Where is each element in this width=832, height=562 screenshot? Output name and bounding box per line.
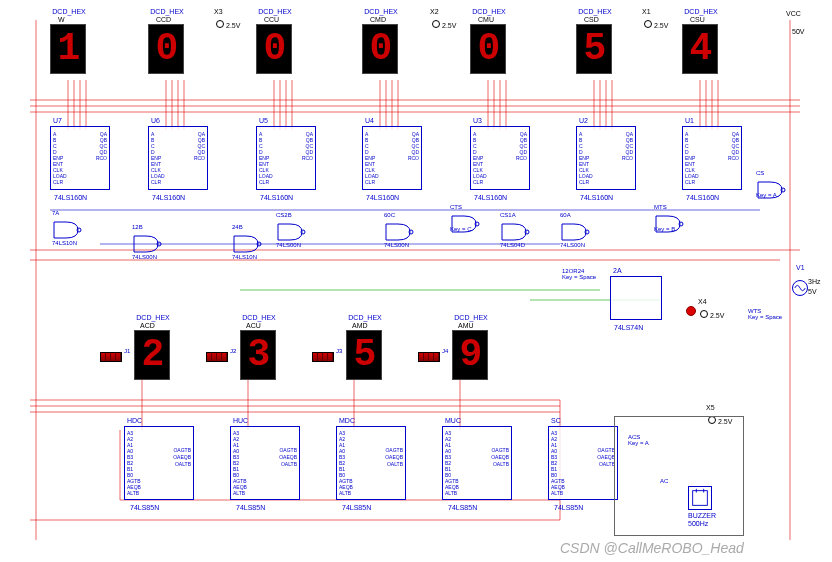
counter-part-U2: 74LS160N	[580, 194, 613, 201]
probe-val-X1: 2.5V	[654, 22, 668, 29]
probe-ref-X1: X1	[642, 8, 651, 15]
display-ACU: 3	[240, 330, 276, 380]
probe-ref-X4: X4	[698, 298, 707, 305]
seg-ref-CMU: CMU	[478, 16, 494, 23]
seg-ref-ACD: ACD	[140, 322, 155, 329]
seg-ref-CSD: CSD	[584, 16, 599, 23]
seg-type-label: DCD_HEX	[142, 8, 192, 15]
gate-part-12B: 74LS00N	[132, 254, 157, 260]
flipflop-2a: 2A	[610, 276, 662, 320]
dip-ref-J4: J4	[442, 348, 448, 354]
seg-type-label-b: DCD_HEX	[128, 314, 178, 321]
dip-J3[interactable]	[312, 352, 334, 362]
gate-CS1A	[500, 222, 530, 242]
seg-type-label-b: DCD_HEX	[234, 314, 284, 321]
probe-X2	[432, 20, 440, 28]
watermark: CSDN @CallMeROBO_Head	[560, 540, 744, 556]
probe-val-X2: 2.5V	[442, 22, 456, 29]
probe-X1	[644, 20, 652, 28]
ff-part: 74LS74N	[614, 324, 643, 331]
gate-ref-60A: 60A	[560, 212, 571, 218]
gate-key-CTS: Key = C	[450, 226, 472, 232]
v1-source	[792, 280, 808, 296]
gate-part-CS1A: 74LS04D	[500, 242, 525, 248]
seg-type-label: DCD_HEX	[676, 8, 726, 15]
seg-type-label-b: DCD_HEX	[340, 314, 390, 321]
switch-12OR24[interactable]: 12OR24Key = Space	[562, 268, 596, 280]
probe-X3	[216, 20, 224, 28]
probe-val-X4: 2.5V	[710, 312, 724, 319]
display-CMD: 0	[362, 24, 398, 74]
dip-J1[interactable]	[100, 352, 122, 362]
dip-ref-J1: J1	[124, 348, 130, 354]
cmp-part-HDC: 74LS85N	[130, 504, 159, 511]
cmp-part-MUC: 74LS85N	[448, 504, 477, 511]
ff-ref: 2A	[613, 267, 622, 274]
seg-ref-CCD: CCD	[156, 16, 171, 23]
counter-U4: U4 ABCDENPENTCLKLOADCLR QAQBQCQDRCO	[362, 126, 422, 190]
counter-part-U1: 74LS160N	[686, 194, 719, 201]
counter-U5: U5 ABCDENPENTCLKLOADCLR QAQBQCQDRCO	[256, 126, 316, 190]
counter-U3: U3 ABCDENPENTCLKLOADCLR QAQBQCQDRCO	[470, 126, 530, 190]
counter-part-U4: 74LS160N	[366, 194, 399, 201]
cmp-MDC: MDC A3A2A1A0B3B2B1B0AGTBAEQBALTB OAGTBOA…	[336, 426, 406, 500]
gate-ref-CS: CS	[756, 170, 764, 176]
seg-type-label: DCD_HEX	[356, 8, 406, 15]
counter-part-U5: 74LS160N	[260, 194, 293, 201]
gate-60C	[384, 222, 414, 242]
gate-7A	[52, 220, 82, 240]
probe-X4	[700, 310, 708, 318]
gate-part-CS2B: 74LS00N	[276, 242, 301, 248]
cmp-part-SC: 74LS85N	[554, 504, 583, 511]
gate-60A	[560, 222, 590, 242]
gate-ref-24B: 24B	[232, 224, 243, 230]
seg-ref-CCU: CCU	[264, 16, 279, 23]
seg-type-label: DCD_HEX	[464, 8, 514, 15]
led-indicator	[686, 306, 696, 316]
vcc-val: 50V	[792, 28, 804, 35]
counter-U6: U6 ABCDENPENTCLKLOADCLR QAQBQCQDRCO	[148, 126, 208, 190]
cmp-part-MDC: 74LS85N	[342, 504, 371, 511]
gate-CS2B	[276, 222, 306, 242]
v1-freq: 3Hz	[808, 278, 820, 285]
gate-12B	[132, 234, 162, 254]
gate-ref-7A: 7A	[52, 210, 59, 216]
gate-ref-CS1A: CS1A	[500, 212, 516, 218]
v1-label: V1	[796, 264, 805, 271]
counter-part-U7: 74LS160N	[54, 194, 87, 201]
seg-type-label: DCD_HEX	[44, 8, 94, 15]
switch-WTS[interactable]: WTSKey = Space	[748, 308, 782, 320]
dip-ref-J3: J3	[336, 348, 342, 354]
gate-ref-CS2B: CS2B	[276, 212, 292, 218]
dip-ref-J2: J2	[230, 348, 236, 354]
counter-U7: U7 ABCDENPENTCLKLOADCLR QAQBQCQDRCO	[50, 126, 110, 190]
display-CCD: 0	[148, 24, 184, 74]
v1-amp: 5V	[808, 288, 817, 295]
gate-ref-CTS: CTS	[450, 204, 462, 210]
gate-ref-MTS: MTS	[654, 204, 667, 210]
seg-ref-W: W	[58, 16, 65, 23]
seg-ref-ACU: ACU	[246, 322, 261, 329]
display-CSU: 4	[682, 24, 718, 74]
counter-part-U3: 74LS160N	[474, 194, 507, 201]
gate-part-7A: 74LS10N	[52, 240, 77, 246]
gate-ref-60C: 60C	[384, 212, 395, 218]
cmp-part-HUC: 74LS85N	[236, 504, 265, 511]
seg-ref-AMD: AMD	[352, 322, 368, 329]
dip-J2[interactable]	[206, 352, 228, 362]
gate-part-60C: 74LS00N	[384, 242, 409, 248]
display-CSD: 5	[576, 24, 612, 74]
probe-ref-X3: X3	[214, 8, 223, 15]
counter-U2: U2 ABCDENPENTCLKLOADCLR QAQBQCQDRCO	[576, 126, 636, 190]
seg-ref-CMD: CMD	[370, 16, 386, 23]
probe-ref-X5: X5	[706, 404, 715, 411]
display-AMU: 9	[452, 330, 488, 380]
gate-key-CS: Key = A	[756, 192, 777, 198]
counter-part-U6: 74LS160N	[152, 194, 185, 201]
display-CCU: 0	[256, 24, 292, 74]
probe-val-X3: 2.5V	[226, 22, 240, 29]
cmp-HDC: HDC A3A2A1A0B3B2B1B0AGTBAEQBALTB OAGTBOA…	[124, 426, 194, 500]
seg-type-label-b: DCD_HEX	[446, 314, 496, 321]
dip-J4[interactable]	[418, 352, 440, 362]
display-AMD: 5	[346, 330, 382, 380]
